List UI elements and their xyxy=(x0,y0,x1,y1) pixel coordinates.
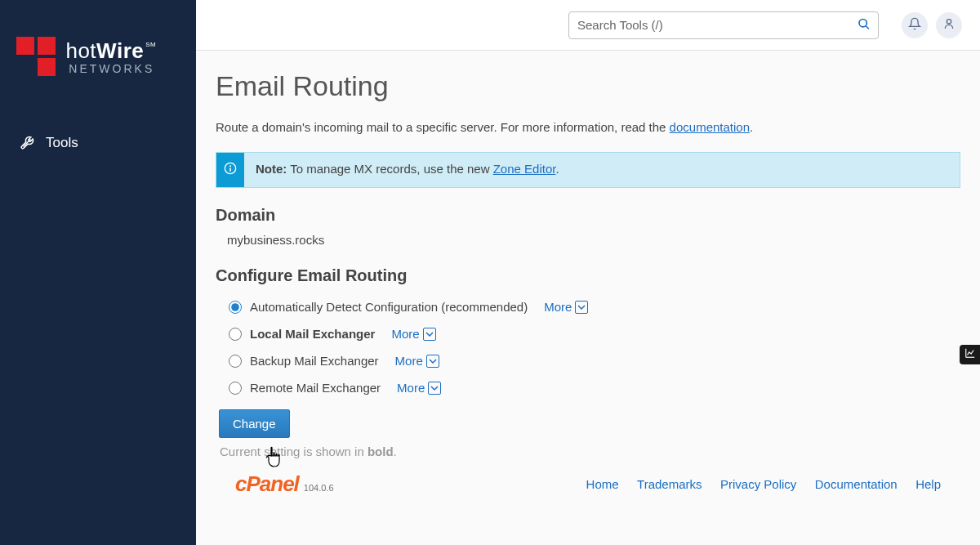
svg-rect-8 xyxy=(229,168,231,172)
chart-icon xyxy=(964,347,976,362)
radio-label: Backup Mail Exchanger xyxy=(250,354,379,368)
footer-links: Home Trademarks Privacy Policy Documenta… xyxy=(572,477,941,492)
info-icon xyxy=(224,162,237,178)
main: Email Routing Route a domain's incoming … xyxy=(196,0,980,545)
routing-option-local: Local Mail Exchanger More xyxy=(216,320,960,347)
logo-icon xyxy=(16,37,56,76)
radio-label: Local Mail Exchanger xyxy=(250,327,375,341)
svg-point-5 xyxy=(947,20,951,24)
footer-link-trademarks[interactable]: Trademarks xyxy=(637,477,702,491)
zone-editor-link[interactable]: Zone Editor xyxy=(493,162,556,176)
svg-point-3 xyxy=(859,19,866,26)
page-title: Email Routing xyxy=(216,70,960,102)
svg-rect-2 xyxy=(38,58,56,76)
footer-link-home[interactable]: Home xyxy=(586,477,619,491)
change-button[interactable]: Change xyxy=(219,409,290,438)
logo[interactable]: hotWireSM NETWORKS xyxy=(0,0,196,101)
sidebar: hotWireSM NETWORKS Tools xyxy=(0,0,196,545)
user-button[interactable] xyxy=(936,12,962,38)
sidebar-nav: Tools xyxy=(0,101,196,185)
footer: cPanel 104.0.6 Home Trademarks Privacy P… xyxy=(216,458,960,510)
note-label: Note: xyxy=(256,162,287,176)
more-button-auto[interactable]: More xyxy=(544,300,588,314)
routing-option-remote: Remote Mail Exchanger More xyxy=(216,374,960,401)
routing-option-backup: Backup Mail Exchanger More xyxy=(216,347,960,374)
page-description: Route a domain's incoming mail to a spec… xyxy=(216,120,960,134)
search-button[interactable] xyxy=(854,14,874,36)
logo-text: hotWireSM NETWORKS xyxy=(65,38,154,75)
search-input[interactable] xyxy=(568,11,879,39)
more-button-remote[interactable]: More xyxy=(397,381,441,395)
user-icon xyxy=(942,17,956,33)
chevron-down-icon xyxy=(426,355,439,368)
tools-icon xyxy=(20,136,34,150)
chevron-down-icon xyxy=(575,301,588,314)
more-button-local[interactable]: More xyxy=(391,327,435,341)
svg-line-4 xyxy=(866,25,869,29)
routing-heading: Configure Email Routing xyxy=(216,266,960,285)
radio-local[interactable] xyxy=(229,328,242,341)
radio-backup[interactable] xyxy=(229,355,242,368)
info-banner: Note: To manage MX records, use the new … xyxy=(216,152,960,188)
footer-left: cPanel 104.0.6 xyxy=(235,471,334,497)
footer-link-documentation[interactable]: Documentation xyxy=(815,477,898,491)
sidebar-item-label: Tools xyxy=(46,135,78,151)
bell-icon xyxy=(908,17,921,33)
documentation-link[interactable]: documentation xyxy=(670,120,750,134)
domain-heading: Domain xyxy=(216,206,960,225)
search-wrap xyxy=(568,11,879,39)
radio-label: Remote Mail Exchanger xyxy=(250,381,381,395)
routing-option-auto: Automatically Detect Configuration (reco… xyxy=(216,293,960,320)
current-setting-note: Current setting is shown in bold. xyxy=(220,444,960,458)
stats-tab[interactable] xyxy=(960,345,980,364)
svg-point-7 xyxy=(229,165,231,167)
info-banner-text: Note: To manage MX records, use the new … xyxy=(244,153,571,187)
more-button-backup[interactable]: More xyxy=(395,354,439,368)
footer-link-help[interactable]: Help xyxy=(915,477,941,491)
cpanel-logo[interactable]: cPanel xyxy=(235,471,299,497)
chevron-down-icon xyxy=(423,328,436,341)
search-icon xyxy=(858,17,871,33)
domain-value: mybusiness.rocks xyxy=(216,233,960,247)
radio-label: Automatically Detect Configuration (reco… xyxy=(250,300,528,314)
content: Email Routing Route a domain's incoming … xyxy=(196,51,980,545)
info-icon-box xyxy=(216,153,244,187)
notifications-button[interactable] xyxy=(902,12,928,38)
sidebar-item-tools[interactable]: Tools xyxy=(0,125,196,161)
radio-remote[interactable] xyxy=(229,382,242,395)
svg-rect-0 xyxy=(16,37,34,55)
topbar xyxy=(196,0,980,51)
chevron-down-icon xyxy=(428,382,441,395)
footer-link-privacy[interactable]: Privacy Policy xyxy=(720,477,796,491)
svg-rect-1 xyxy=(38,37,56,55)
cpanel-version: 104.0.6 xyxy=(304,483,334,493)
radio-auto[interactable] xyxy=(229,301,242,314)
